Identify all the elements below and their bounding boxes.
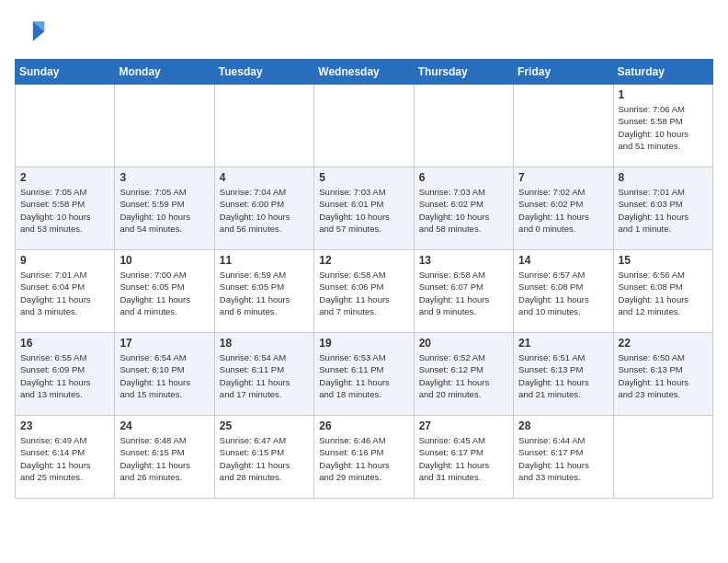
calendar-week-3: 9Sunrise: 7:01 AM Sunset: 6:04 PM Daylig… (16, 250, 713, 333)
day-number: 8 (619, 171, 708, 184)
calendar-cell: 21Sunrise: 6:51 AM Sunset: 6:13 PM Dayli… (514, 333, 613, 416)
day-number: 5 (319, 171, 408, 184)
calendar-cell: 15Sunrise: 6:56 AM Sunset: 6:08 PM Dayli… (613, 250, 712, 333)
logo (15, 15, 51, 48)
day-number: 16 (20, 337, 109, 350)
calendar-cell: 20Sunrise: 6:52 AM Sunset: 6:12 PM Dayli… (414, 333, 513, 416)
logo-icon (15, 15, 48, 48)
calendar-cell: 8Sunrise: 7:01 AM Sunset: 6:03 PM Daylig… (613, 167, 712, 250)
calendar-cell: 26Sunrise: 6:46 AM Sunset: 6:16 PM Dayli… (314, 416, 414, 499)
day-info: Sunrise: 7:00 AM Sunset: 6:05 PM Dayligh… (119, 269, 209, 317)
day-info: Sunrise: 7:06 AM Sunset: 5:58 PM Dayligh… (619, 103, 708, 152)
day-number: 12 (319, 254, 408, 267)
calendar-cell: 4Sunrise: 7:04 AM Sunset: 6:00 PM Daylig… (214, 167, 313, 250)
day-number: 9 (20, 254, 109, 267)
day-info: Sunrise: 6:46 AM Sunset: 6:16 PM Dayligh… (319, 434, 408, 483)
weekday-header-wednesday: Wednesday (314, 60, 414, 85)
day-info: Sunrise: 6:59 AM Sunset: 6:05 PM Dayligh… (220, 269, 309, 317)
calendar-week-4: 16Sunrise: 6:55 AM Sunset: 6:09 PM Dayli… (16, 333, 713, 416)
day-number: 3 (119, 171, 209, 184)
calendar-cell: 7Sunrise: 7:02 AM Sunset: 6:02 PM Daylig… (514, 167, 613, 250)
calendar-cell (16, 85, 115, 167)
calendar-cell: 25Sunrise: 6:47 AM Sunset: 6:15 PM Dayli… (214, 416, 313, 499)
calendar-cell: 3Sunrise: 7:05 AM Sunset: 5:59 PM Daylig… (115, 167, 214, 250)
calendar-cell (514, 85, 613, 167)
day-info: Sunrise: 6:52 AM Sunset: 6:12 PM Dayligh… (419, 351, 508, 400)
calendar-cell: 14Sunrise: 6:57 AM Sunset: 6:08 PM Dayli… (514, 250, 613, 333)
day-number: 6 (419, 171, 508, 184)
calendar-table: SundayMondayTuesdayWednesdayThursdayFrid… (15, 59, 713, 499)
day-number: 15 (619, 254, 708, 267)
calendar-cell: 18Sunrise: 6:54 AM Sunset: 6:11 PM Dayli… (214, 333, 313, 416)
day-number: 2 (20, 171, 109, 184)
calendar-cell: 22Sunrise: 6:50 AM Sunset: 6:13 PM Dayli… (613, 333, 712, 416)
day-number: 18 (220, 337, 309, 350)
calendar-cell: 27Sunrise: 6:45 AM Sunset: 6:17 PM Dayli… (414, 416, 513, 499)
calendar-cell (613, 416, 712, 499)
day-info: Sunrise: 6:49 AM Sunset: 6:14 PM Dayligh… (20, 434, 109, 483)
calendar-cell: 10Sunrise: 7:00 AM Sunset: 6:05 PM Dayli… (115, 250, 214, 333)
calendar-week-1: 1Sunrise: 7:06 AM Sunset: 5:58 PM Daylig… (16, 85, 713, 167)
weekday-header-thursday: Thursday (414, 60, 513, 85)
calendar-header-row: SundayMondayTuesdayWednesdayThursdayFrid… (16, 60, 713, 85)
day-info: Sunrise: 6:50 AM Sunset: 6:13 PM Dayligh… (619, 351, 708, 400)
calendar-cell: 11Sunrise: 6:59 AM Sunset: 6:05 PM Dayli… (214, 250, 313, 333)
calendar-cell: 12Sunrise: 6:58 AM Sunset: 6:06 PM Dayli… (314, 250, 414, 333)
day-number: 25 (220, 419, 309, 432)
day-info: Sunrise: 7:01 AM Sunset: 6:04 PM Dayligh… (20, 269, 109, 317)
day-info: Sunrise: 6:47 AM Sunset: 6:15 PM Dayligh… (220, 434, 309, 483)
day-number: 19 (319, 337, 408, 350)
day-info: Sunrise: 6:58 AM Sunset: 6:07 PM Dayligh… (419, 269, 508, 317)
day-info: Sunrise: 6:44 AM Sunset: 6:17 PM Dayligh… (518, 434, 608, 483)
day-number: 14 (518, 254, 608, 267)
day-number: 7 (518, 171, 608, 184)
day-info: Sunrise: 7:04 AM Sunset: 6:00 PM Dayligh… (220, 186, 309, 235)
page-header (15, 15, 713, 48)
calendar-cell (115, 85, 214, 167)
weekday-header-sunday: Sunday (16, 60, 115, 85)
calendar-cell: 24Sunrise: 6:48 AM Sunset: 6:15 PM Dayli… (115, 416, 214, 499)
day-number: 20 (419, 337, 508, 350)
calendar-cell: 2Sunrise: 7:05 AM Sunset: 5:58 PM Daylig… (16, 167, 115, 250)
day-info: Sunrise: 6:56 AM Sunset: 6:08 PM Dayligh… (619, 269, 708, 317)
day-number: 4 (220, 171, 309, 184)
calendar-cell (414, 85, 513, 167)
calendar-cell: 13Sunrise: 6:58 AM Sunset: 6:07 PM Dayli… (414, 250, 513, 333)
day-number: 28 (518, 419, 608, 432)
calendar-cell: 23Sunrise: 6:49 AM Sunset: 6:14 PM Dayli… (16, 416, 115, 499)
calendar-cell: 28Sunrise: 6:44 AM Sunset: 6:17 PM Dayli… (514, 416, 613, 499)
weekday-header-tuesday: Tuesday (214, 60, 313, 85)
day-number: 27 (419, 419, 508, 432)
day-info: Sunrise: 7:01 AM Sunset: 6:03 PM Dayligh… (619, 186, 708, 235)
day-number: 24 (119, 419, 209, 432)
day-info: Sunrise: 6:54 AM Sunset: 6:11 PM Dayligh… (220, 351, 309, 400)
calendar-week-5: 23Sunrise: 6:49 AM Sunset: 6:14 PM Dayli… (16, 416, 713, 499)
day-info: Sunrise: 6:48 AM Sunset: 6:15 PM Dayligh… (119, 434, 209, 483)
day-info: Sunrise: 6:58 AM Sunset: 6:06 PM Dayligh… (319, 269, 408, 317)
day-number: 26 (319, 419, 408, 432)
day-info: Sunrise: 6:45 AM Sunset: 6:17 PM Dayligh… (419, 434, 508, 483)
day-number: 1 (619, 88, 708, 101)
calendar-week-2: 2Sunrise: 7:05 AM Sunset: 5:58 PM Daylig… (16, 167, 713, 250)
calendar-cell (214, 85, 313, 167)
day-number: 11 (220, 254, 309, 267)
day-info: Sunrise: 7:05 AM Sunset: 5:58 PM Dayligh… (20, 186, 109, 235)
calendar-cell: 9Sunrise: 7:01 AM Sunset: 6:04 PM Daylig… (16, 250, 115, 333)
calendar-cell: 1Sunrise: 7:06 AM Sunset: 5:58 PM Daylig… (613, 85, 712, 167)
day-number: 23 (20, 419, 109, 432)
day-info: Sunrise: 6:57 AM Sunset: 6:08 PM Dayligh… (518, 269, 608, 317)
calendar-cell: 6Sunrise: 7:03 AM Sunset: 6:02 PM Daylig… (414, 167, 513, 250)
day-number: 21 (518, 337, 608, 350)
calendar-cell: 19Sunrise: 6:53 AM Sunset: 6:11 PM Dayli… (314, 333, 414, 416)
day-info: Sunrise: 6:54 AM Sunset: 6:10 PM Dayligh… (119, 351, 209, 400)
weekday-header-friday: Friday (514, 60, 613, 85)
day-info: Sunrise: 7:05 AM Sunset: 5:59 PM Dayligh… (119, 186, 209, 235)
weekday-header-monday: Monday (115, 60, 214, 85)
calendar-cell: 17Sunrise: 6:54 AM Sunset: 6:10 PM Dayli… (115, 333, 214, 416)
calendar-cell: 16Sunrise: 6:55 AM Sunset: 6:09 PM Dayli… (16, 333, 115, 416)
calendar-cell: 5Sunrise: 7:03 AM Sunset: 6:01 PM Daylig… (314, 167, 414, 250)
day-info: Sunrise: 7:03 AM Sunset: 6:01 PM Dayligh… (319, 186, 408, 235)
day-info: Sunrise: 7:03 AM Sunset: 6:02 PM Dayligh… (419, 186, 508, 235)
day-info: Sunrise: 6:51 AM Sunset: 6:13 PM Dayligh… (518, 351, 608, 400)
day-number: 22 (619, 337, 708, 350)
